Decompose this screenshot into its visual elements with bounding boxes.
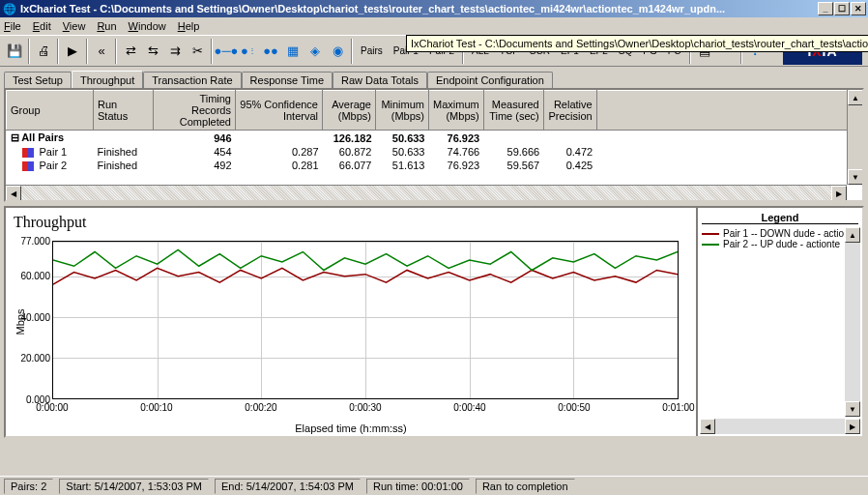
table-row[interactable]: Pair 2 Finished 492 0.281 66.077 51.613 …	[7, 159, 862, 172]
run-icon[interactable]: ▶	[62, 41, 83, 62]
titlebar: 🌐 IxChariot Test - C:\Documents and Sett…	[0, 0, 868, 17]
x-tick: 0:00:50	[558, 402, 590, 413]
tab-endpoint-config[interactable]: Endpoint Configuration	[427, 72, 553, 89]
menu-run[interactable]: Run	[97, 20, 116, 32]
legend-item[interactable]: Pair 1 -- DOWN dude - actio	[702, 228, 858, 239]
chart-area: Throughput Mbps Elapsed time (h:mm:ss) 0…	[6, 208, 696, 436]
menu-help[interactable]: Help	[178, 20, 200, 32]
legend-hscroll[interactable]: ◀ ▶	[700, 419, 860, 434]
col-avg[interactable]: Average (Mbps)	[323, 91, 376, 131]
scroll-left-icon[interactable]: ◀	[6, 186, 21, 201]
pairs-button[interactable]: Pairs	[356, 41, 388, 62]
scroll-up-icon[interactable]: ▲	[845, 227, 860, 243]
table-row[interactable]: Pair 1 Finished 454 0.287 60.872 50.633 …	[7, 145, 862, 159]
scroll-right-icon[interactable]: ▶	[831, 186, 847, 201]
col-min[interactable]: Minimum (Mbps)	[376, 91, 429, 131]
tab-transaction-rate[interactable]: Transaction Rate	[143, 72, 241, 89]
scroll-right-icon[interactable]: ▶	[845, 419, 860, 434]
menu-file[interactable]: File	[4, 20, 21, 32]
collapse-icon[interactable]: ⊟	[11, 131, 19, 143]
menu-view[interactable]: View	[63, 20, 86, 32]
legend-swatch	[702, 233, 719, 235]
chart-title: Throughput	[14, 214, 688, 231]
graph6-icon[interactable]: ◉	[327, 41, 348, 62]
legend-label: Pair 2 -- UP dude - actionte	[723, 239, 840, 249]
app-icon: 🌐	[2, 1, 17, 16]
menubar: File Edit View Run Window Help	[0, 17, 868, 35]
tab-test-setup[interactable]: Test Setup	[4, 72, 72, 89]
col-confidence[interactable]: 95% Confidence Interval	[236, 91, 323, 131]
grid-vscroll[interactable]: ▲ ▼	[847, 90, 862, 185]
x-axis-label: Elapsed time (h:mm:ss)	[295, 422, 407, 434]
status-pairs: Pairs: 2	[4, 479, 53, 494]
y-tick: 77.000	[20, 236, 50, 247]
status-completion: Ran to completion	[476, 479, 575, 494]
x-tick: 0:01:00	[662, 402, 694, 413]
pair-icon	[22, 161, 34, 171]
graph1-icon[interactable]: ●─●	[216, 41, 237, 62]
summary-row[interactable]: ⊟ All Pairs 946 126.182 50.633 76.923	[7, 131, 862, 146]
tabstrip: Test Setup Throughput Transaction Rate R…	[0, 67, 868, 88]
pair-voip-icon[interactable]: ✂	[187, 41, 208, 62]
y-tick: 60.000	[20, 271, 50, 281]
x-tick: 0:00:10	[140, 402, 172, 413]
graph4-icon[interactable]: ▦	[282, 41, 304, 62]
x-tick: 0:00:40	[453, 402, 485, 413]
scroll-left-icon[interactable]: ◀	[700, 419, 715, 434]
col-spacer	[596, 91, 861, 131]
col-run-status[interactable]: Run Status	[94, 91, 154, 131]
col-max[interactable]: Maximum (Mbps)	[429, 91, 484, 131]
status-start: Start: 5/14/2007, 1:53:03 PM	[59, 479, 209, 494]
pair-icon	[22, 148, 34, 158]
graph2-icon[interactable]: ●⋮	[238, 41, 259, 62]
legend-panel: Legend Pair 1 -- DOWN dude - actioPair 2…	[696, 208, 862, 436]
maximize-button[interactable]: ☐	[834, 2, 850, 15]
tab-throughput[interactable]: Throughput	[72, 71, 143, 88]
pair-hw-icon[interactable]: ⇆	[142, 41, 163, 62]
menu-edit[interactable]: Edit	[33, 20, 51, 32]
col-group[interactable]: Group	[7, 91, 94, 131]
x-tick: 0:00:00	[36, 402, 68, 413]
y-tick: 20.000	[20, 353, 50, 364]
pair-mc-icon[interactable]: ⇉	[164, 41, 186, 62]
back-icon[interactable]: «	[91, 41, 112, 62]
graph3-icon[interactable]: ●●	[260, 41, 281, 62]
results-grid: Group Run Status Timing Records Complete…	[4, 88, 864, 202]
plot-area	[52, 241, 679, 399]
menu-window[interactable]: Window	[129, 20, 166, 32]
legend-vscroll[interactable]: ▲ ▼	[845, 227, 860, 417]
close-button[interactable]: ✕	[851, 2, 866, 15]
chart-panel: Throughput Mbps Elapsed time (h:mm:ss) 0…	[4, 206, 864, 438]
save-icon[interactable]: 💾	[4, 41, 25, 62]
x-tick: 0:00:20	[245, 402, 276, 413]
col-timing[interactable]: Timing Records Completed	[154, 91, 236, 131]
pair-add-icon[interactable]: ⇄	[120, 41, 141, 62]
status-runtime: Run time: 00:01:00	[366, 479, 470, 494]
scroll-down-icon[interactable]: ▼	[848, 169, 863, 185]
col-measured[interactable]: Measured Time (sec)	[483, 91, 543, 131]
x-tick: 0:00:30	[349, 402, 381, 413]
graph5-icon[interactable]: ◈	[304, 41, 326, 62]
minimize-button[interactable]: _	[818, 2, 833, 15]
scroll-down-icon[interactable]: ▼	[845, 401, 860, 417]
legend-item[interactable]: Pair 2 -- UP dude - actionte	[702, 239, 858, 249]
legend-swatch	[702, 244, 719, 246]
legend-label: Pair 1 -- DOWN dude - actio	[723, 228, 844, 239]
window-title: IxChariot Test - C:\Documents and Settin…	[20, 3, 818, 15]
statusbar: Pairs: 2 Start: 5/14/2007, 1:53:03 PM En…	[0, 476, 868, 495]
tooltip: IxChariot Test - C:\Documents and Settin…	[406, 35, 868, 52]
print-icon[interactable]: 🖨	[33, 41, 54, 62]
col-precision[interactable]: Relative Precision	[543, 91, 596, 131]
status-end: End: 5/14/2007, 1:54:03 PM	[215, 479, 361, 494]
legend-title: Legend	[702, 212, 858, 224]
y-tick: 40.000	[20, 311, 50, 322]
tab-raw-data-totals[interactable]: Raw Data Totals	[333, 72, 427, 89]
scroll-up-icon[interactable]: ▲	[848, 90, 863, 105]
tab-response-time[interactable]: Response Time	[242, 72, 333, 89]
grid-hscroll[interactable]: ◀ ▶	[6, 185, 847, 200]
